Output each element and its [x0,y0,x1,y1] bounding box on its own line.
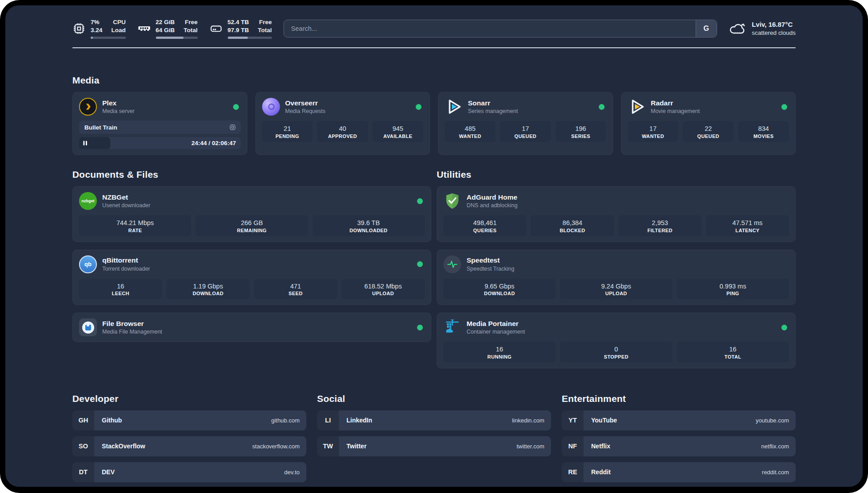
cpu-usage-value: 7% [91,18,102,26]
ram-total-label: Total [184,26,197,34]
weather-location-temp: Lviv, 16.87°C [752,20,796,29]
app-name: Sonarr [468,99,593,108]
link-dev[interactable]: DT DEVdev.to [72,462,306,482]
link-name: Twitter [346,443,367,450]
app-name: AdGuard Home [467,193,789,202]
link-netflix[interactable]: NF Netflixnetflix.com [562,436,796,456]
filebrowser-icon [79,318,97,336]
cpu-progress-track [91,37,126,39]
link-url: github.com [271,417,300,424]
link-youtube[interactable]: YT YouTubeyoutube.com [562,410,796,430]
weather-condition: scattered clouds [752,29,796,37]
status-dot [417,325,423,330]
link-abbr: TW [317,436,339,456]
app-name: File Browser [102,319,412,328]
link-url: reddit.com [762,469,789,476]
app-card-qbittorrent[interactable]: qb qBittorrent Torrent downloader 16LEEC… [72,250,431,305]
stat-wanted: 17WANTED [628,121,679,142]
link-abbr: RE [562,462,584,482]
link-url: stackoverflow.com [252,443,300,450]
app-card-adguard[interactable]: AdGuard Home DNS and adblocking 498,461Q… [437,186,796,242]
link-github[interactable]: GH Githubgithub.com [72,410,306,430]
app-desc: Torrent downloader [102,265,412,272]
link-twitter[interactable]: TW Twittertwitter.com [317,436,551,456]
stat-approved: 40APPROVED [317,121,368,142]
cpu-load-label: Load [111,26,125,34]
stat-downloaded: 39.6 TBDOWNLOADED [313,215,425,236]
app-desc: Media File Management [102,328,412,335]
link-url: twitter.com [517,443,544,450]
ram-icon [138,22,151,35]
app-desc: Series management [468,108,593,115]
stat-wanted: 485WANTED [445,121,496,142]
weather-widget[interactable]: Lviv, 16.87°C scattered clouds [729,20,796,37]
status-dot [416,104,421,110]
stat-movies: 834MOVIES [738,121,789,142]
ram-total-value: 64 GiB [156,26,175,34]
media-section-title: Media [72,75,796,86]
disk-progress-fill [228,37,248,39]
search-bar: G [284,20,717,38]
stat-available: 945AVAILABLE [372,121,423,142]
app-desc: Media Requests [285,108,411,115]
search-engine-label: G [703,25,709,33]
link-abbr: LI [317,410,339,430]
session-icon [229,124,236,131]
section-entertainment: Entertainment YT YouTubeyoutube.com NF N… [562,393,796,487]
app-desc: Movie management [651,108,776,115]
link-url: netflix.com [761,443,789,450]
cpu-label: CPU [113,18,126,26]
cpu-metric: 7% 3.24 CPU Load [72,18,126,38]
stat-running: 16RUNNING [443,342,555,363]
link-linkedin[interactable]: LI LinkedInlinkedin.com [317,410,551,430]
search-engine-button[interactable]: G [696,20,717,37]
link-abbr: NF [562,436,584,456]
section-media: Media Plex Media server [72,75,796,155]
status-dot [417,261,423,267]
link-abbr: SO [72,436,94,456]
link-stackoverflow[interactable]: SO StackOverflowstackoverflow.com [72,436,306,456]
app-name: Speedtest [467,256,789,265]
link-name: DEV [102,468,115,476]
app-desc: Usenet downloader [102,202,412,209]
stat-remaining: 266 GBREMAINING [196,215,308,236]
app-card-filebrowser[interactable]: File Browser Media File Management [72,313,431,342]
search-input[interactable] [284,20,717,38]
playback-progress-fill [79,137,110,149]
link-url: youtube.com [756,417,789,424]
pause-icon [83,141,88,146]
link-url: dev.to [284,469,300,476]
cpu-icon [72,22,86,35]
app-card-portainer[interactable]: Media Portainer Container management 16R… [437,313,796,368]
link-name: LinkedIn [346,417,372,424]
app-card-speedtest[interactable]: Speedtest Speedtest Tracking 9.65 GbpsDO… [437,250,796,305]
stat-latency: 47.571 msLATENCY [706,215,789,236]
stat-total: 16TOTAL [677,342,789,363]
speedtest-icon [443,255,461,273]
link-abbr: DT [72,462,94,482]
link-reddit[interactable]: RE Redditreddit.com [562,462,796,482]
link-name: Netflix [591,443,610,450]
cloud-icon [729,21,747,36]
stat-upload: 9.24 GbpsUPLOAD [560,279,672,300]
header-divider [72,47,796,48]
app-card-overseerr[interactable]: Overseerr Media Requests 21PENDING 40APP… [255,92,430,155]
app-card-nzbget[interactable]: nzbget NZBGet Usenet downloader 744.21 M… [72,186,431,242]
app-card-radarr[interactable]: Radarr Movie management 17WANTED 22QUEUE… [621,92,796,155]
stat-filtered: 2,953FILTERED [618,215,701,236]
adguard-icon [443,192,461,210]
stat-pending: 21PENDING [262,121,313,142]
screen-frame: 7% 3.24 CPU Load [0,0,868,493]
section-developer: Developer GH Githubgithub.com SO StackOv… [72,393,306,487]
link-abbr: YT [562,410,584,430]
overseerr-icon [262,98,280,116]
ram-progress-fill [156,37,184,39]
app-name: Media Portainer [467,319,776,328]
section-documents: Documents & Files nzbget NZBGet Usenet d… [72,169,431,342]
app-name: Plex [102,99,228,108]
app-card-sonarr[interactable]: Sonarr Series management 485WANTED 17QUE… [438,92,613,155]
qbittorrent-icon: qb [79,255,97,273]
app-card-plex[interactable]: Plex Media server Bullet Train 24:44 / 0 [72,92,247,155]
dashboard-panel: 7% 3.24 CPU Load [5,5,863,487]
qbittorrent-icon-label: qb [84,261,92,267]
